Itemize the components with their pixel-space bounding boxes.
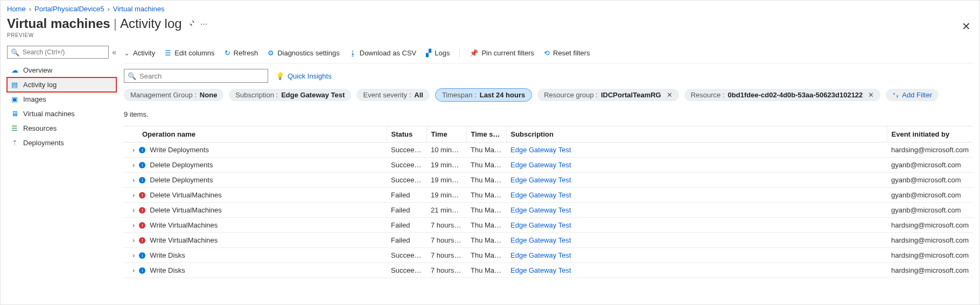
table-row[interactable]: ›iDelete DeploymentsSucceeded19 minutes …: [124, 158, 973, 173]
crumb-virtualmachines[interactable]: Virtual machines: [113, 5, 165, 13]
add-filter-button[interactable]: ⁺ᵧAdd Filter: [886, 89, 939, 101]
timestamp-cell: Thu May 27…: [466, 248, 506, 263]
expand-row-icon[interactable]: ›: [132, 146, 135, 154]
col-status[interactable]: Status: [387, 126, 426, 143]
col-operation-name[interactable]: Operation name: [124, 126, 387, 143]
sidebar-item-images[interactable]: Images: [7, 92, 116, 107]
timestamp-cell: Thu May 27…: [466, 158, 506, 173]
table-row[interactable]: ›iWrite DisksSucceeded7 hours agoThu May…: [124, 248, 973, 263]
crumb-device[interactable]: PortalPhysicalDevice5: [34, 5, 104, 13]
filter-timespan[interactable]: Timespan : Last 24 hours: [435, 88, 532, 102]
remove-filter-icon[interactable]: ✕: [868, 91, 874, 99]
subscription-link[interactable]: Edge Gateway Test: [510, 191, 571, 199]
more-icon[interactable]: ⋯: [200, 20, 207, 28]
table-row[interactable]: ›iDelete DeploymentsSucceeded19 minutes …: [124, 173, 973, 188]
status-cell: Succeeded: [387, 143, 426, 158]
expand-row-icon[interactable]: ›: [132, 191, 135, 199]
col-event-initiated-by[interactable]: Event initiated by: [887, 126, 973, 143]
col-timestamp[interactable]: Time stamp: [466, 126, 506, 143]
main-search-input[interactable]: [139, 72, 264, 80]
grid-icon: [10, 124, 19, 132]
sidebar-item-deployments[interactable]: Deployments: [7, 136, 116, 150]
status-cell: Succeeded: [387, 263, 426, 278]
pin-filters-button[interactable]: 📌Pin current filters: [470, 49, 534, 57]
initiated-by-cell: gyanb@microsoft.com: [887, 203, 973, 218]
filter-resource-group[interactable]: Resource group : IDCPortalTeamRG✕: [537, 89, 678, 101]
col-time[interactable]: Time: [426, 126, 466, 143]
subscription-link[interactable]: Edge Gateway Test: [510, 176, 571, 184]
subscription-link[interactable]: Edge Gateway Test: [510, 251, 571, 259]
sidebar-item-resources[interactable]: Resources: [7, 121, 116, 136]
download-csv-button[interactable]: ⭳Download as CSV: [349, 49, 417, 57]
expand-row-icon[interactable]: ›: [132, 176, 135, 184]
operation-name: Delete VirtualMachines: [150, 206, 221, 214]
refresh-button[interactable]: ↻Refresh: [225, 49, 258, 57]
main-search[interactable]: 🔍: [124, 69, 268, 83]
operation-name: Write Deployments: [150, 146, 209, 154]
subscription-link[interactable]: Edge Gateway Test: [510, 161, 571, 169]
activity-toggle[interactable]: ⌄Activity: [124, 49, 155, 57]
subscription-link[interactable]: Edge Gateway Test: [510, 221, 571, 229]
table-row[interactable]: ›!Delete VirtualMachinesFailed19 minutes…: [124, 188, 973, 203]
initiated-by-cell: gyanb@microsoft.com: [887, 188, 973, 203]
filter-resource[interactable]: Resource : 0bd1fdee-cd02-4d0b-53aa-50623…: [684, 89, 881, 101]
table-row[interactable]: ›iWrite DisksSucceeded7 hours agoThu May…: [124, 263, 973, 278]
refresh-icon: ↻: [225, 49, 230, 57]
sidebar-item-overview[interactable]: Overview: [7, 63, 116, 77]
operation-name: Delete Deployments: [150, 161, 213, 169]
expand-row-icon[interactable]: ›: [132, 251, 135, 259]
sidebar-search[interactable]: 🔍: [7, 46, 109, 59]
title-main: Virtual machines: [7, 16, 110, 31]
status-cell: Failed: [387, 233, 426, 248]
operation-name: Delete VirtualMachines: [150, 191, 221, 199]
timestamp-cell: Thu May 27…: [466, 203, 506, 218]
initiated-by-cell: hardsing@microsoft.com: [887, 218, 973, 233]
expand-row-icon[interactable]: ›: [132, 206, 135, 214]
remove-filter-icon[interactable]: ✕: [667, 91, 673, 99]
collapse-sidebar-icon[interactable]: «: [112, 48, 116, 56]
error-icon: !: [139, 222, 145, 229]
timestamp-cell: Thu May 27…: [466, 188, 506, 203]
table-row[interactable]: ›!Write VirtualMachinesFailed7 hours ago…: [124, 233, 973, 248]
sidebar-search-input[interactable]: [23, 48, 105, 56]
filter-management-group[interactable]: Management Group : None: [124, 89, 223, 101]
expand-row-icon[interactable]: ›: [132, 221, 135, 229]
pin-icon: 📌: [470, 49, 478, 57]
col-subscription[interactable]: Subscription: [506, 126, 887, 143]
subscription-link[interactable]: Edge Gateway Test: [510, 236, 571, 244]
table-row[interactable]: ›!Delete VirtualMachinesFailed21 minutes…: [124, 203, 973, 218]
subscription-link[interactable]: Edge Gateway Test: [510, 146, 571, 154]
subscription-link[interactable]: Edge Gateway Test: [510, 266, 571, 274]
timestamp-cell: Thu May 27…: [466, 263, 506, 278]
initiated-by-cell: hardsing@microsoft.com: [887, 143, 973, 158]
reset-filters-button[interactable]: ⟲Reset filters: [544, 49, 590, 57]
expand-row-icon[interactable]: ›: [132, 161, 135, 169]
filter-subscription[interactable]: Subscription : Edge Gateway Test: [229, 89, 351, 101]
expand-row-icon[interactable]: ›: [132, 266, 135, 274]
expand-row-icon[interactable]: ›: [132, 236, 135, 244]
chevron-down-icon: ⌄: [124, 49, 130, 57]
timestamp-cell: Thu May 27…: [466, 218, 506, 233]
diagnostics-button[interactable]: ⚙Diagnostics settings: [268, 49, 340, 57]
operation-name: Write VirtualMachines: [150, 236, 218, 244]
status-cell: Failed: [387, 218, 426, 233]
table-row[interactable]: ›iWrite DeploymentsSucceeded10 minutes ……: [124, 143, 973, 158]
filter-event-severity[interactable]: Event severity : All: [356, 89, 430, 101]
crumb-home[interactable]: Home: [7, 5, 26, 13]
initiated-by-cell: hardsing@microsoft.com: [887, 233, 973, 248]
logs-button[interactable]: ▞Logs: [426, 49, 450, 57]
close-icon[interactable]: ✕: [962, 20, 971, 33]
table-row[interactable]: ›!Write VirtualMachinesFailed7 hours ago…: [124, 218, 973, 233]
status-cell: Failed: [387, 203, 426, 218]
info-icon: i: [139, 177, 145, 183]
sidebar-item-activity-log[interactable]: Activity log: [7, 77, 116, 92]
edit-columns-button[interactable]: ☰Edit columns: [165, 49, 214, 57]
initiated-by-cell: gyanb@microsoft.com: [887, 158, 973, 173]
pin-icon[interactable]: [187, 19, 195, 29]
lightbulb-icon: 💡: [276, 72, 284, 80]
quick-insights-button[interactable]: 💡 Quick Insights: [276, 72, 332, 80]
error-icon: !: [139, 237, 145, 244]
time-cell: 19 minutes …: [426, 188, 466, 203]
sidebar-item-virtual-machines[interactable]: Virtual machines: [7, 107, 116, 121]
subscription-link[interactable]: Edge Gateway Test: [510, 206, 571, 214]
